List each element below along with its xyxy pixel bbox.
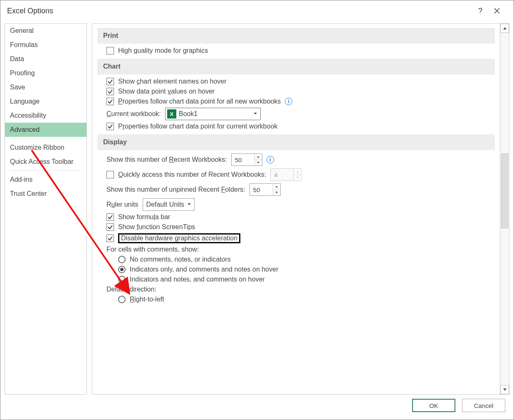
- scroll-track[interactable]: [500, 33, 509, 385]
- label-default-direction: Default direction:: [106, 286, 156, 293]
- sidebar-item-advanced[interactable]: Advanced: [5, 123, 86, 137]
- checkbox-show-formula-bar[interactable]: [106, 213, 114, 221]
- info-icon[interactable]: i: [267, 156, 274, 163]
- checkbox-show-data-values[interactable]: [106, 88, 114, 95]
- label-current-workbook: Current workbook:: [106, 110, 161, 118]
- excel-options-dialog: Excel Options ? General Formulas Data Pr…: [0, 0, 514, 420]
- vertical-scrollbar[interactable]: [500, 23, 509, 395]
- label-disable-hw-accel: Disable hardware graphics acceleration: [118, 233, 240, 243]
- checkbox-quick-access-recent[interactable]: [106, 171, 114, 178]
- label-indicators-and-notes: Indicators and notes, and comments on ho…: [130, 276, 265, 283]
- label-properties-all-workbooks: Properties follow chart data point for a…: [118, 98, 281, 105]
- sidebar-item-quick-access-toolbar[interactable]: Quick Access Toolbar: [5, 155, 86, 169]
- sidebar-item-general[interactable]: General: [5, 24, 86, 38]
- quick-access-recent-stepper: [270, 168, 301, 181]
- sidebar-item-data[interactable]: Data: [5, 52, 86, 66]
- ok-button[interactable]: OK: [412, 399, 455, 412]
- radio-indicators-and-notes[interactable]: [118, 276, 126, 283]
- sidebar-item-formulas[interactable]: Formulas: [5, 38, 86, 52]
- ruler-units-select[interactable]: Default Units: [143, 198, 195, 211]
- label-comments-show: For cells with comments, show:: [106, 246, 199, 253]
- label-right-to-left: Right-to-left: [130, 296, 164, 303]
- scroll-up-icon[interactable]: [500, 24, 509, 33]
- sidebar-item-accessibility[interactable]: Accessibility: [5, 109, 86, 123]
- scroll-thumb[interactable]: [501, 153, 508, 228]
- radio-indicators-only[interactable]: [118, 266, 126, 273]
- dialog-title: Excel Options: [7, 7, 53, 15]
- default-resolution-row: DDefault resolution: 220 ppi: [106, 23, 495, 24]
- options-content: DDefault resolution: 220 ppi Print High …: [92, 23, 500, 395]
- label-recent-folders: Show this number of unpinned Recent Fold…: [106, 186, 245, 193]
- checkbox-show-screentips[interactable]: [106, 223, 114, 231]
- sidebar-item-proofing[interactable]: Proofing: [5, 66, 86, 80]
- scroll-down-icon[interactable]: [500, 385, 509, 394]
- sidebar-item-add-ins[interactable]: Add-ins: [5, 173, 86, 187]
- section-display: Display: [97, 134, 495, 150]
- recent-workbooks-stepper[interactable]: [231, 153, 262, 166]
- section-chart: Chart: [97, 59, 495, 74]
- chevron-down-icon: [187, 201, 192, 208]
- titlebar: Excel Options ?: [0, 0, 514, 21]
- sidebar-item-save[interactable]: Save: [5, 80, 86, 94]
- help-icon[interactable]: ?: [472, 2, 489, 19]
- checkbox-show-chart-names[interactable]: [106, 78, 114, 85]
- label-quick-access-recent: Quickly access this number of Recent Wor…: [118, 171, 266, 178]
- checkbox-properties-current-workbook[interactable]: [106, 123, 114, 130]
- info-icon[interactable]: i: [285, 98, 292, 105]
- label-properties-current-workbook: Properties follow chart data point for c…: [118, 123, 277, 130]
- label-recent-workbooks: Show this number of Recent Workbooks:: [106, 156, 227, 163]
- chevron-down-icon: [253, 110, 258, 118]
- radio-right-to-left[interactable]: [118, 296, 126, 303]
- sidebar-item-trust-center[interactable]: Trust Center: [5, 187, 86, 201]
- label-indicators-only: Indicators only, and comments and notes …: [130, 266, 278, 273]
- label-show-formula-bar: Show formula bar: [118, 213, 170, 221]
- label-show-data-values: Show data point values on hover: [118, 88, 215, 95]
- label-ruler-units: Ruler units: [106, 201, 138, 208]
- sidebar: General Formulas Data Proofing Save Lang…: [5, 23, 87, 395]
- current-workbook-select[interactable]: Book1: [165, 108, 261, 120]
- excel-file-icon: [167, 109, 176, 119]
- label-high-quality-graphics: High quality mode for graphics: [118, 47, 208, 54]
- checkbox-high-quality-graphics[interactable]: [106, 47, 114, 54]
- sidebar-item-customize-ribbon[interactable]: Customize Ribbon: [5, 141, 86, 155]
- radio-no-comments[interactable]: [118, 256, 126, 263]
- close-icon[interactable]: [489, 2, 505, 19]
- dialog-footer: OK Cancel: [0, 395, 514, 420]
- section-print: Print: [97, 28, 495, 44]
- sidebar-item-language[interactable]: Language: [5, 94, 86, 109]
- label-show-chart-names: Show chart element names on hover: [118, 78, 227, 85]
- checkbox-disable-hw-accel[interactable]: [106, 235, 114, 242]
- cancel-button[interactable]: Cancel: [462, 399, 505, 412]
- default-resolution-select[interactable]: 220 ppi: [175, 23, 211, 24]
- label-show-screentips: Show function ScreenTips: [118, 223, 195, 231]
- checkbox-properties-all-workbooks[interactable]: [106, 98, 114, 105]
- label-no-comments: No comments, notes, or indicators: [130, 256, 231, 263]
- recent-folders-stepper[interactable]: [250, 183, 281, 196]
